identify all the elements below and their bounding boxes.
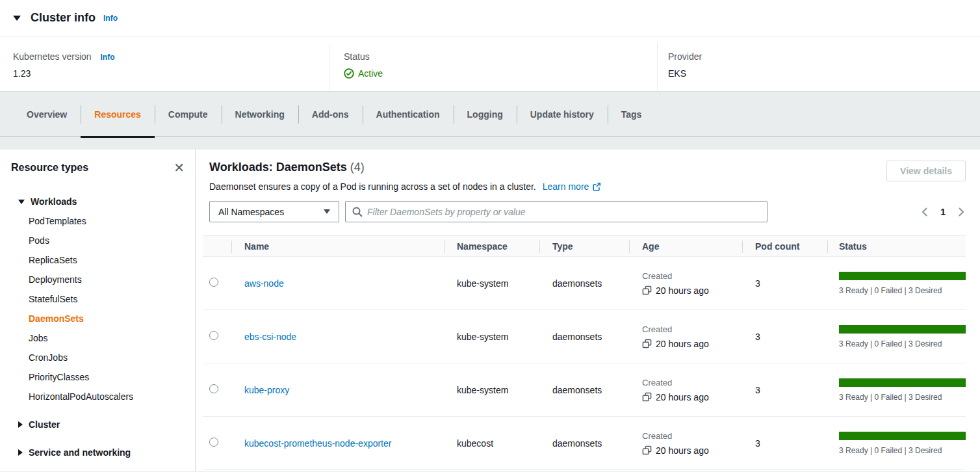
learn-more-label: Learn more (543, 181, 589, 192)
tab-overview[interactable]: Overview (13, 92, 81, 137)
cell-age: Created 20 hours ago (629, 378, 742, 402)
daemonset-name-link[interactable]: kube-proxy (244, 385, 289, 395)
learn-more-link[interactable]: Learn more (543, 181, 602, 192)
cell-status: 3 Ready | 0 Failed | 3 Desired (827, 432, 966, 455)
status-bar (839, 272, 966, 280)
tree-item-deployments[interactable]: Deployments (11, 270, 185, 289)
cell-namespace: kube-system (444, 332, 539, 342)
tree-service-networking-label: Service and networking (29, 447, 131, 458)
result-count: (4) (350, 161, 365, 174)
tab-add-ons[interactable]: Add-ons (298, 92, 363, 137)
column-header-namespace[interactable]: Namespace (444, 236, 539, 256)
view-details-button[interactable]: View details (886, 161, 966, 181)
column-header-age[interactable]: Age (629, 236, 742, 256)
copy-icon[interactable] (642, 445, 652, 455)
tree-item-cronjobs[interactable]: CronJobs (11, 348, 185, 367)
namespace-select[interactable]: All Namespaces (209, 201, 339, 222)
cluster-info-info-link[interactable]: Info (103, 14, 118, 23)
daemonset-name-link[interactable]: aws-node (244, 278, 284, 289)
cluster-tabs: Overview Resources Compute Networking Ad… (0, 92, 980, 137)
age-value-text: 20 hours ago (656, 392, 709, 402)
cell-type: daemonsets (539, 385, 629, 395)
cluster-info-title: Cluster info (31, 11, 96, 25)
copy-icon[interactable] (642, 285, 652, 295)
row-radio[interactable] (209, 438, 218, 447)
cell-pod-count: 3 (742, 332, 827, 342)
external-link-icon (592, 182, 601, 191)
cell-namespace: kubecost (444, 438, 539, 449)
age-created-label: Created (642, 271, 742, 281)
cell-status: 3 Ready | 0 Failed | 3 Desired (827, 272, 966, 295)
age-created-label: Created (642, 431, 742, 441)
resource-types-sidebar: Resource types ✕ Workloads PodTemplates … (0, 150, 196, 471)
tree-item-priorityclasses[interactable]: PriorityClasses (11, 367, 185, 387)
copy-icon[interactable] (642, 392, 652, 402)
sidebar-title: Resource types (11, 162, 88, 174)
row-radio[interactable] (209, 331, 218, 340)
column-header-status[interactable]: Status (827, 236, 966, 256)
tab-networking[interactable]: Networking (222, 92, 298, 137)
tab-logging[interactable]: Logging (454, 92, 517, 137)
section-collapse-icon[interactable] (13, 16, 21, 21)
daemonset-name-link[interactable]: ebs-csi-node (244, 332, 296, 342)
daemonset-name-link[interactable]: kubecost-prometheus-node-exporter (244, 438, 391, 449)
filter-search-input[interactable] (367, 207, 760, 217)
resources-panel: Resource types ✕ Workloads PodTemplates … (0, 150, 980, 471)
cell-pod-count: 3 (742, 438, 827, 449)
status-bar (839, 432, 966, 440)
table-row: kube-proxy kube-system daemonsets Create… (203, 363, 966, 417)
tab-resources[interactable]: Resources (81, 92, 155, 137)
row-radio[interactable] (209, 384, 218, 393)
next-page-icon[interactable] (957, 207, 966, 217)
filter-search-box (345, 201, 767, 222)
search-icon (352, 207, 363, 217)
pagination: 1 (920, 207, 966, 217)
kubernetes-version-info-link[interactable]: Info (101, 53, 115, 62)
tab-tags[interactable]: Tags (608, 92, 656, 137)
current-page-number[interactable]: 1 (940, 207, 946, 217)
tree-item-daemonsets[interactable]: DaemonSets (11, 309, 185, 328)
tree-item-podtemplates[interactable]: PodTemplates (11, 211, 185, 231)
status-text: 3 Ready | 0 Failed | 3 Desired (839, 446, 966, 455)
page-title: Workloads: DaemonSets(4) (209, 161, 601, 174)
status-text: 3 Ready | 0 Failed | 3 Desired (839, 286, 966, 295)
table-row: ebs-csi-node kube-system daemonsets Crea… (203, 310, 966, 363)
cluster-info-fields: Kubernetes version Info 1.23 Status Acti… (0, 36, 980, 91)
check-circle-icon (344, 68, 354, 79)
cluster-info-card: Cluster info Info Kubernetes version Inf… (0, 0, 980, 92)
tree-cluster[interactable]: Cluster (11, 415, 185, 434)
tree-item-statefulsets[interactable]: StatefulSets (11, 289, 185, 309)
row-radio[interactable] (209, 278, 218, 287)
previous-page-icon[interactable] (920, 207, 929, 217)
cluster-info-title-row: Cluster info Info (0, 0, 980, 36)
column-header-name[interactable]: Name (231, 236, 444, 256)
provider-field: Provider EKS (657, 43, 980, 91)
cell-age: Created 20 hours ago (629, 324, 742, 349)
close-icon[interactable]: ✕ (174, 161, 185, 174)
tree-item-jobs[interactable]: Jobs (11, 328, 185, 348)
provider-label: Provider (668, 51, 980, 62)
provider-value: EKS (668, 68, 980, 79)
tree-item-pods[interactable]: Pods (11, 231, 185, 250)
column-header-pod-count[interactable]: Pod count (742, 236, 827, 256)
age-created-label: Created (642, 324, 742, 334)
kubernetes-version-value: 1.23 (13, 68, 329, 79)
caret-down-icon (18, 200, 25, 204)
tree-workloads[interactable]: Workloads (11, 192, 185, 211)
cell-age: Created 20 hours ago (629, 271, 742, 296)
cell-type: daemonsets (539, 278, 629, 289)
tree-item-replicasets[interactable]: ReplicaSets (11, 250, 185, 270)
tree-item-horizontalpodautoscalers[interactable]: HorizontalPodAutoscalers (11, 387, 185, 406)
tree-workloads-label: Workloads (31, 196, 77, 207)
column-header-type[interactable]: Type (539, 236, 629, 256)
tree-service-networking[interactable]: Service and networking (11, 443, 185, 462)
tab-compute[interactable]: Compute (155, 92, 222, 137)
cell-age: Created 20 hours ago (629, 431, 742, 456)
daemonsets-content: Workloads: DaemonSets(4) Daemonset ensur… (196, 150, 980, 471)
cell-pod-count: 3 (742, 385, 827, 395)
copy-icon[interactable] (642, 339, 652, 348)
cell-status: 3 Ready | 0 Failed | 3 Desired (827, 378, 966, 402)
select-caret-icon (324, 209, 330, 214)
tab-update-history[interactable]: Update history (517, 92, 608, 137)
tab-authentication[interactable]: Authentication (363, 92, 454, 137)
